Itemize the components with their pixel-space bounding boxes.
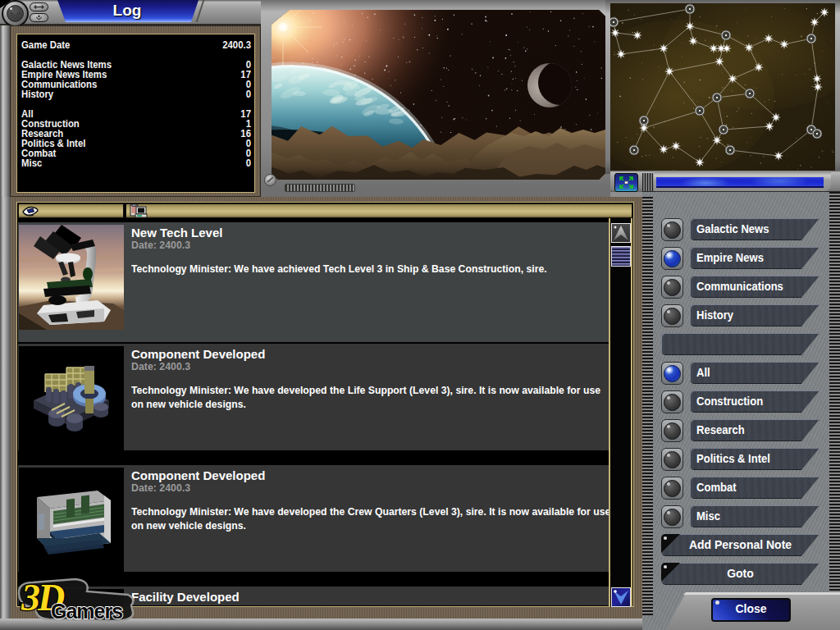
svg-text:Gamers: Gamers (51, 600, 122, 623)
